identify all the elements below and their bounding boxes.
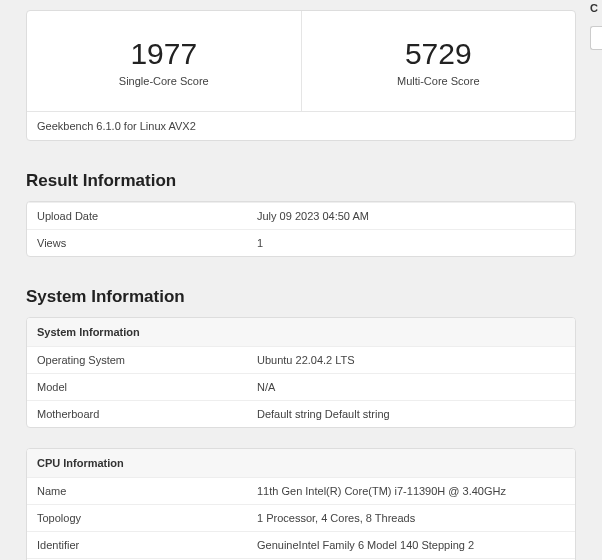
- row-value: 1 Processor, 4 Cores, 8 Threads: [247, 505, 575, 531]
- scores-footer: Geekbench 6.1.0 for Linux AVX2: [27, 111, 575, 140]
- row-label: Motherboard: [27, 401, 247, 427]
- table-row: Operating System Ubuntu 22.04.2 LTS: [27, 346, 575, 373]
- table-row: Identifier GenuineIntel Family 6 Model 1…: [27, 531, 575, 558]
- table-row: Model N/A: [27, 373, 575, 400]
- result-info-heading: Result Information: [26, 171, 576, 191]
- table-row: Views 1: [27, 229, 575, 256]
- single-core-value: 1977: [37, 37, 291, 71]
- row-value: Ubuntu 22.04.2 LTS: [247, 347, 575, 373]
- table-row: Motherboard Default string Default strin…: [27, 400, 575, 427]
- multi-core-value: 5729: [312, 37, 566, 71]
- row-label: Model: [27, 374, 247, 400]
- table-row: Name 11th Gen Intel(R) Core(TM) i7-11390…: [27, 477, 575, 504]
- result-info-table: Upload Date July 09 2023 04:50 AM Views …: [26, 201, 576, 257]
- fragment-letter: C: [590, 2, 602, 14]
- scores-row: 1977 Single-Core Score 5729 Multi-Core S…: [27, 11, 575, 111]
- clipped-sidebar-fragment: C: [590, 2, 602, 50]
- fragment-box: [590, 26, 602, 50]
- multi-core-cell: 5729 Multi-Core Score: [301, 11, 576, 111]
- row-label: Operating System: [27, 347, 247, 373]
- table-row: Upload Date July 09 2023 04:50 AM: [27, 202, 575, 229]
- table-row: Topology 1 Processor, 4 Cores, 8 Threads: [27, 504, 575, 531]
- cpu-info-table: CPU Information Name 11th Gen Intel(R) C…: [26, 448, 576, 560]
- table-header: CPU Information: [27, 449, 575, 477]
- system-info-table: System Information Operating System Ubun…: [26, 317, 576, 428]
- system-info-heading: System Information: [26, 287, 576, 307]
- single-core-cell: 1977 Single-Core Score: [27, 11, 301, 111]
- row-value: GenuineIntel Family 6 Model 140 Stepping…: [247, 532, 575, 558]
- single-core-label: Single-Core Score: [37, 75, 291, 87]
- row-label: Topology: [27, 505, 247, 531]
- row-value: Default string Default string: [247, 401, 575, 427]
- multi-core-label: Multi-Core Score: [312, 75, 566, 87]
- spacer: [26, 428, 576, 448]
- row-label: Name: [27, 478, 247, 504]
- row-label: Views: [27, 230, 247, 256]
- table-header: System Information: [27, 318, 575, 346]
- row-label: Identifier: [27, 532, 247, 558]
- row-value: July 09 2023 04:50 AM: [247, 203, 575, 229]
- row-value: N/A: [247, 374, 575, 400]
- page-content: 1977 Single-Core Score 5729 Multi-Core S…: [0, 10, 602, 560]
- row-value: 1: [247, 230, 575, 256]
- row-label: Upload Date: [27, 203, 247, 229]
- scores-card: 1977 Single-Core Score 5729 Multi-Core S…: [26, 10, 576, 141]
- row-value: 11th Gen Intel(R) Core(TM) i7-11390H @ 3…: [247, 478, 575, 504]
